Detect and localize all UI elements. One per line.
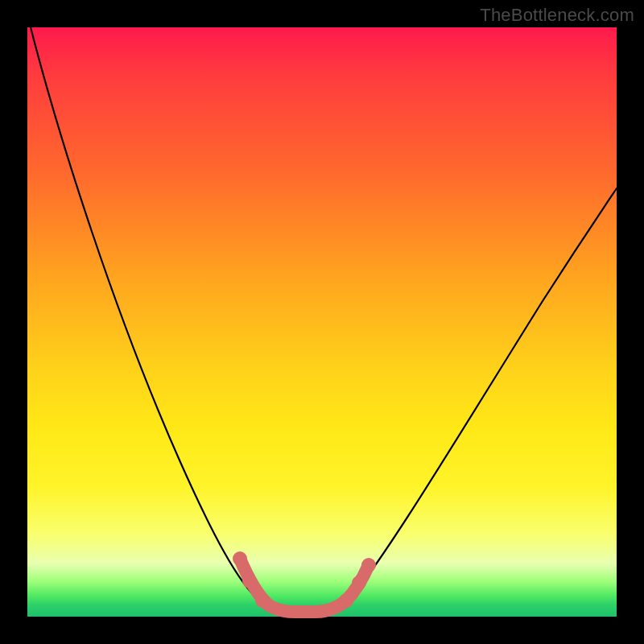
svg-point-4 xyxy=(352,576,366,590)
svg-point-0 xyxy=(233,551,247,566)
chart-frame: TheBottleneck.com xyxy=(0,0,644,644)
watermark-text: TheBottleneck.com xyxy=(480,5,634,26)
svg-point-2 xyxy=(255,593,270,608)
plot-area xyxy=(27,27,617,617)
curve-layer xyxy=(27,27,617,617)
svg-point-5 xyxy=(361,558,376,572)
svg-point-3 xyxy=(339,593,353,608)
svg-point-1 xyxy=(242,574,257,588)
bottleneck-curve xyxy=(31,27,617,612)
